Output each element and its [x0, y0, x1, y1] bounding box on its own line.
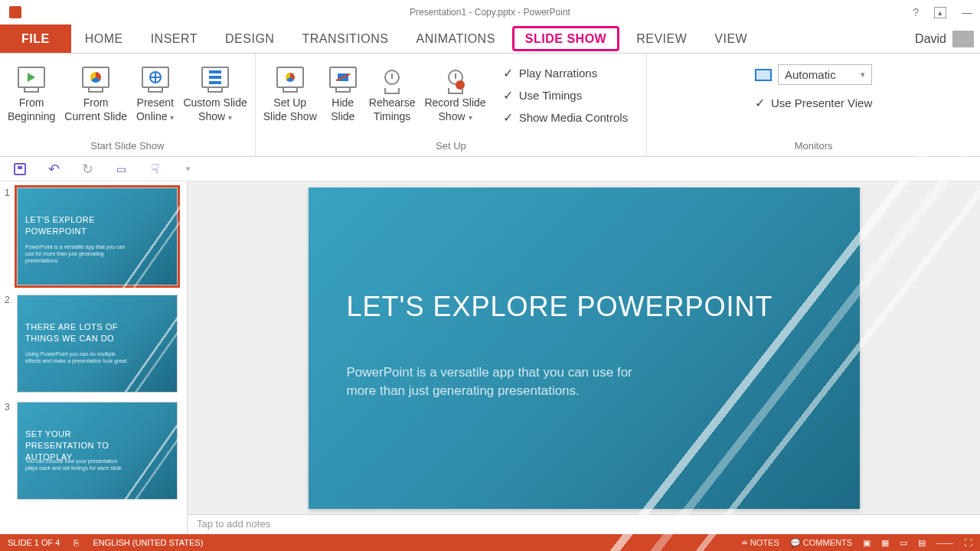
thumb-title: LET'S EXPLORE POWERPOINT: [25, 214, 131, 237]
thumb-number: 1: [5, 187, 14, 285]
ribbon-display-icon[interactable]: ▴: [934, 7, 946, 18]
work-area: 1 LET'S EXPLORE POWERPOINT PowerPoint is…: [0, 181, 980, 534]
document-title: Presentation1 - Copy.pptx - PowerPoint: [410, 7, 570, 18]
show-media-label: Show Media Controls: [519, 111, 629, 124]
notes-placeholder: Tap to add notes: [197, 518, 270, 530]
zoom-slider[interactable]: ——: [936, 538, 953, 547]
slide-thumbnails-panel: 1 LET'S EXPLORE POWERPOINT PowerPoint is…: [0, 181, 188, 534]
tab-design[interactable]: DESIGN: [211, 24, 288, 53]
tab-home[interactable]: HOME: [71, 24, 137, 53]
save-button[interactable]: [12, 161, 28, 177]
notes-toggle[interactable]: ≐ NOTES: [741, 538, 779, 548]
main-editor: LET'S EXPLORE POWERPOINT PowerPoint is a…: [188, 181, 980, 534]
from-beginning-button[interactable]: From Beginning: [3, 58, 60, 139]
check-icon: ✓: [503, 110, 513, 125]
redo-button[interactable]: ↻: [80, 161, 95, 177]
thumb-subtitle: PowerPoint is a versatile app that you c…: [25, 243, 131, 264]
app-icon: [9, 6, 21, 18]
from-current-slide-button[interactable]: From Current Slide: [60, 58, 132, 139]
tab-transitions[interactable]: TRANSITIONS: [288, 24, 402, 53]
hide-label: Hide Slide: [331, 96, 354, 123]
slideshow-view-icon[interactable]: ▤: [918, 538, 926, 548]
clock-icon: [375, 61, 409, 93]
redo-icon: ↻: [82, 161, 93, 178]
setup-checkboxes: ✓Play Narrations ✓Use Timings ✓Show Medi…: [491, 58, 644, 139]
comments-toggle[interactable]: 💬 COMMENTS: [790, 538, 852, 548]
touch-mode-button[interactable]: ☟: [147, 161, 162, 177]
tab-review[interactable]: REVIEW: [622, 24, 701, 53]
present-online-button[interactable]: Present Online▾: [132, 58, 178, 139]
thumb-subtitle: You can choose how your presentation pla…: [25, 458, 131, 471]
present-online-label: Present Online▾: [136, 96, 174, 123]
check-icon: ✓: [503, 88, 513, 103]
thumbnail-3[interactable]: 3 SET YOUR PRESENTATION TO AUTOPLAY You …: [5, 402, 182, 500]
start-show-button[interactable]: ▭: [113, 161, 129, 177]
from-beginning-label: From Beginning: [8, 96, 55, 123]
normal-view-icon[interactable]: ▣: [863, 538, 871, 548]
from-current-label: From Current Slide: [64, 96, 127, 123]
language-indicator[interactable]: ENGLISH (UNITED STATES): [93, 538, 203, 547]
thumb-subtitle: Using PowerPoint you can do multiple eff…: [25, 350, 131, 364]
custom-slide-show-button[interactable]: Custom Slide Show▾: [178, 58, 251, 139]
tab-insert[interactable]: INSERT: [137, 24, 211, 53]
custom-label: Custom Slide Show▾: [183, 96, 247, 123]
set-up-slide-show-button[interactable]: Set Up Slide Show: [259, 58, 322, 139]
present-icon: ▭: [116, 163, 126, 175]
spellcheck-icon[interactable]: ⎘: [74, 538, 79, 547]
tab-slide-show[interactable]: SLIDE SHOW: [512, 26, 619, 51]
group-start-slide-show: From Beginning From Current Slide Presen…: [0, 54, 256, 156]
undo-icon: ↶: [48, 161, 60, 178]
group-set-up: Set Up Slide Show Hide Slide Rehearse Ti…: [256, 54, 647, 156]
use-timings-checkbox[interactable]: ✓Use Timings: [503, 88, 583, 103]
check-icon: ✓: [503, 66, 513, 80]
play-narrations-checkbox[interactable]: ✓Play Narrations: [503, 66, 598, 80]
minimize-icon[interactable]: —: [962, 6, 972, 18]
screen-play-icon: [15, 61, 48, 93]
rehearse-timings-button[interactable]: Rehearse Timings: [364, 58, 420, 139]
fit-to-window-icon[interactable]: ⛶: [964, 538, 972, 547]
slide-title[interactable]: LET'S EXPLORE POWERPOINT: [347, 291, 773, 322]
save-icon: [14, 163, 26, 175]
use-timings-label: Use Timings: [519, 89, 583, 102]
slide-body[interactable]: PowerPoint is a versatile app that you c…: [347, 364, 638, 401]
record-icon: [439, 61, 472, 93]
screen-pie-icon: [79, 61, 113, 93]
group-label-start: Start Slide Show: [90, 139, 164, 155]
slide-sorter-icon[interactable]: ▦: [881, 538, 889, 548]
slide-stage: LET'S EXPLORE POWERPOINT PowerPoint is a…: [188, 181, 980, 514]
user-area[interactable]: David: [915, 24, 974, 53]
record-label: Record Slide Show▾: [424, 96, 485, 123]
group-label-setup: Set Up: [436, 139, 466, 155]
tab-animations[interactable]: ANIMATIONS: [402, 24, 508, 53]
window-controls: ? ▴ —: [913, 6, 972, 18]
show-media-controls-checkbox[interactable]: ✓Show Media Controls: [503, 110, 629, 125]
touch-icon: ☟: [151, 161, 159, 178]
undo-button[interactable]: ↶: [46, 161, 61, 177]
avatar: [952, 31, 974, 47]
reading-view-icon[interactable]: ▭: [900, 538, 907, 548]
thumb-number: 3: [5, 402, 14, 500]
play-narrations-label: Play Narrations: [519, 67, 598, 80]
screen-list-icon: [198, 61, 232, 93]
thumb-number: 2: [5, 295, 14, 393]
qat-more-button[interactable]: ▾: [181, 161, 196, 177]
current-slide[interactable]: LET'S EXPLORE POWERPOINT PowerPoint is a…: [309, 187, 860, 509]
thumb-preview: SET YOUR PRESENTATION TO AUTOPLAY You ca…: [17, 402, 178, 500]
record-slide-show-button[interactable]: Record Slide Show▾: [420, 58, 490, 139]
screen-gear-icon: [273, 61, 307, 93]
rehearse-label: Rehearse Timings: [369, 96, 416, 123]
tab-view[interactable]: VIEW: [701, 24, 761, 53]
thumb-title: THERE ARE LOTS OF THINGS WE CAN DO: [25, 321, 131, 344]
help-icon[interactable]: ?: [913, 6, 919, 18]
slide-counter[interactable]: SLIDE 1 OF 4: [8, 538, 60, 547]
screen-globe-icon: [139, 61, 172, 93]
hide-slide-icon: [326, 61, 360, 93]
hide-slide-button[interactable]: Hide Slide: [322, 58, 364, 139]
setup-label: Set Up Slide Show: [263, 96, 317, 123]
user-name: David: [915, 32, 946, 46]
tab-file[interactable]: FILE: [0, 24, 71, 53]
